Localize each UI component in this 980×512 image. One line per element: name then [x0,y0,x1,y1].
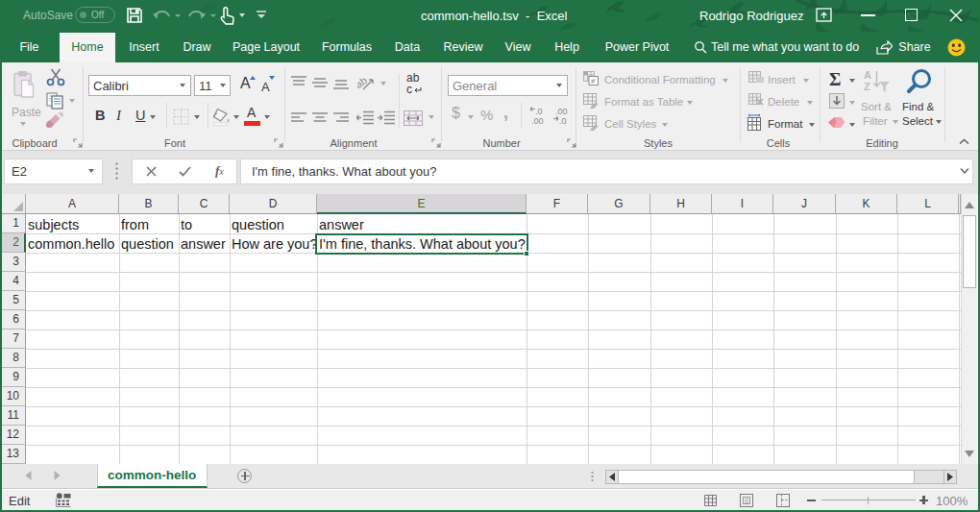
svg-text:≠: ≠ [591,77,596,85]
svg-text:.00: .00 [555,107,568,116]
svg-text:c: c [406,83,412,95]
svg-text:.0: .0 [535,107,543,116]
svg-text:.0: .0 [559,116,567,125]
svg-text:ab: ab [357,74,369,90]
svg-text:Z: Z [864,81,870,92]
svg-text:A: A [864,69,871,81]
svg-text:.00: .00 [531,116,544,125]
